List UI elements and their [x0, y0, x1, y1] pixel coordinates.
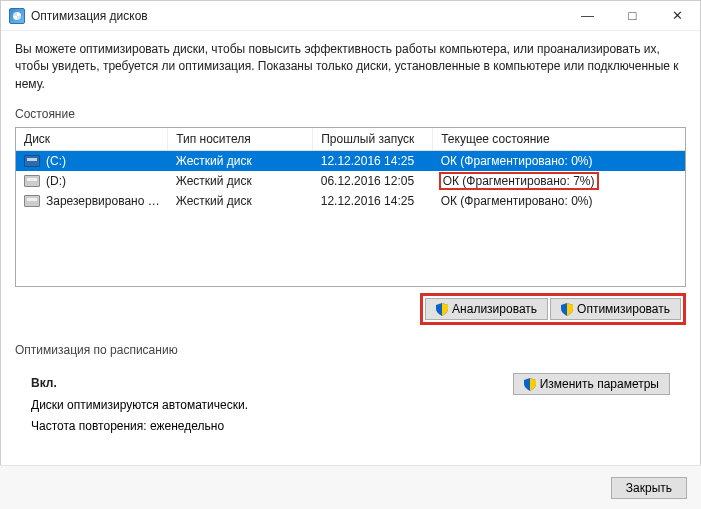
drive-last-run: 12.12.2016 14:25 [313, 191, 433, 211]
drives-panel: Диск Тип носителя Прошлый запуск Текущее… [15, 127, 686, 287]
drive-media: Жесткий диск [168, 171, 313, 191]
change-settings-label: Изменить параметры [540, 377, 659, 391]
drive-icon [24, 155, 40, 167]
column-last[interactable]: Прошлый запуск [313, 128, 433, 151]
schedule-section-label: Оптимизация по расписанию [15, 343, 686, 357]
drive-icon [24, 175, 40, 187]
column-disk[interactable]: Диск [16, 128, 168, 151]
shield-icon [436, 303, 448, 316]
action-button-row: Анализировать Оптимизировать [15, 293, 686, 325]
app-icon [9, 8, 25, 24]
drive-last-run: 06.12.2016 12:05 [313, 171, 433, 191]
close-button[interactable]: Закрыть [611, 477, 687, 499]
description-text: Вы можете оптимизировать диски, чтобы по… [15, 41, 686, 93]
footer: Закрыть [0, 465, 701, 509]
drive-media: Жесткий диск [168, 151, 313, 172]
optimize-button[interactable]: Оптимизировать [550, 298, 681, 320]
column-state[interactable]: Текущее состояние [433, 128, 685, 151]
drive-state: ОК (Фрагментировано: 0%) [433, 151, 685, 172]
window-title: Оптимизация дисков [31, 9, 565, 23]
schedule-status: Вкл. [31, 373, 248, 395]
table-row[interactable]: Зарезервировано …Жесткий диск12.12.2016 … [16, 191, 685, 211]
state-section-label: Состояние [15, 107, 686, 121]
change-settings-button[interactable]: Изменить параметры [513, 373, 670, 395]
drives-table: Диск Тип носителя Прошлый запуск Текущее… [16, 128, 685, 211]
table-row[interactable]: (C:)Жесткий диск12.12.2016 14:25ОК (Фраг… [16, 151, 685, 172]
highlighted-state: ОК (Фрагментировано: 7%) [439, 172, 599, 190]
analyze-button[interactable]: Анализировать [425, 298, 548, 320]
highlighted-buttons: Анализировать Оптимизировать [420, 293, 686, 325]
shield-icon [561, 303, 573, 316]
drive-last-run: 12.12.2016 14:25 [313, 151, 433, 172]
drive-name: (C:) [46, 154, 66, 168]
titlebar: Оптимизация дисков — □ ✕ [1, 1, 700, 31]
drive-name: Зарезервировано … [46, 194, 160, 208]
analyze-label: Анализировать [452, 302, 537, 316]
schedule-info: Вкл. Диски оптимизируются автоматически.… [31, 373, 248, 438]
table-row[interactable]: (D:)Жесткий диск06.12.2016 12:05ОК (Фраг… [16, 171, 685, 191]
column-media[interactable]: Тип носителя [168, 128, 313, 151]
drive-state: ОК (Фрагментировано: 7%) [433, 171, 685, 191]
drive-media: Жесткий диск [168, 191, 313, 211]
drive-icon [24, 195, 40, 207]
window-controls: — □ ✕ [565, 1, 700, 30]
minimize-button[interactable]: — [565, 1, 610, 30]
schedule-line2: Частота повторения: еженедельно [31, 416, 248, 438]
drive-state: ОК (Фрагментировано: 0%) [433, 191, 685, 211]
optimize-label: Оптимизировать [577, 302, 670, 316]
schedule-line1: Диски оптимизируются автоматически. [31, 395, 248, 417]
shield-icon [524, 378, 536, 391]
drive-name: (D:) [46, 174, 66, 188]
close-window-button[interactable]: ✕ [655, 1, 700, 30]
maximize-button[interactable]: □ [610, 1, 655, 30]
